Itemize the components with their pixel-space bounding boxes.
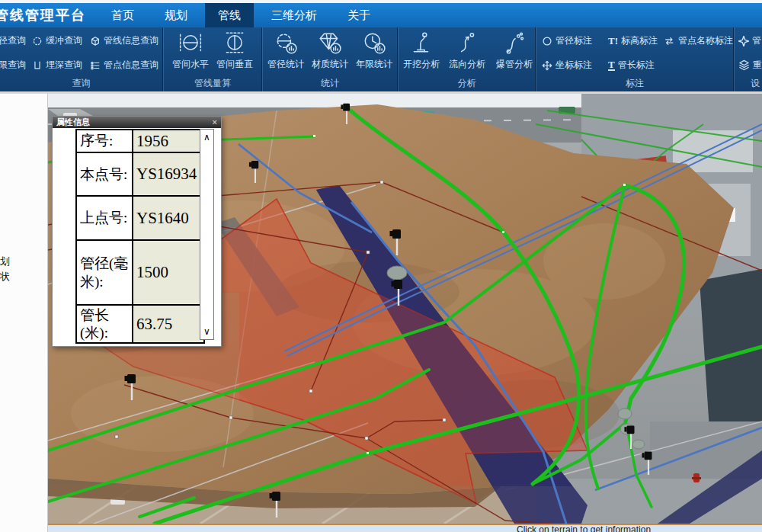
table-row: 本点号: YS16934 — [76, 152, 204, 196]
dialog-titlebar[interactable]: 属性信息 × — [53, 117, 221, 128]
pipeline-info-query-button[interactable]: 管线信息查询 — [90, 34, 158, 47]
group-label-measure: 管线量算 — [163, 77, 262, 90]
horizontal-gap-button[interactable]: 管间水平 — [168, 31, 213, 71]
tab-3d-analysis[interactable]: 三维分析 — [258, 3, 330, 27]
buffer-query-button[interactable]: 缓冲查询 — [32, 34, 82, 47]
layer-panel: 规划 现状 — [0, 94, 48, 532]
attr-value: YS16934 — [133, 152, 204, 196]
group-label-settings: 设 — [734, 77, 762, 90]
scroll-down-icon[interactable]: ∨ — [200, 326, 213, 337]
tab-planning[interactable]: 规划 — [152, 3, 200, 27]
ribbon-group-measure: 管间水平 管间垂直 管线量算 — [162, 27, 262, 91]
dialog-scrollbar[interactable]: ∧ ∨ — [200, 129, 214, 340]
dialog-body: 序号: 1956 本点号: YS16934 上点号: YS1640 管径(毫米)… — [53, 128, 221, 346]
layers-icon — [738, 59, 750, 71]
table-row: 上点号: YS1640 — [76, 196, 204, 240]
tab-about[interactable]: 关于 — [335, 3, 383, 27]
ribbon: 径查询 缓冲查询 管线信息查询 限查询 埋深查询 管点信息 — [0, 27, 762, 91]
depth-query-button[interactable]: 埋深查询 — [32, 59, 82, 72]
elevation-annotation-button[interactable]: T! 标高标注 — [608, 34, 658, 47]
group-label-analysis: 分析 — [398, 77, 536, 90]
table-row: 管长(米): 63.75 — [76, 305, 204, 343]
diameter-stats-button[interactable]: 管径统计 — [264, 31, 308, 71]
limit-query-button[interactable]: 限查询 — [0, 59, 26, 72]
layers-button[interactable]: 重 — [738, 59, 762, 72]
attr-label: 本点号: — [76, 152, 133, 196]
group-label-annotation: 标注 — [536, 77, 734, 90]
status-text: Click on terrain to get information — [517, 525, 762, 532]
tab-home[interactable]: 首页 — [98, 3, 147, 27]
close-icon[interactable]: × — [213, 118, 217, 127]
excavation-icon — [409, 31, 434, 56]
vertical-gap-button[interactable]: 管间垂直 — [213, 31, 257, 71]
circle-icon — [542, 36, 552, 46]
titlebar: 管线管理平台 首页 规划 管线 三维分析 关于 — [0, 3, 762, 27]
statusbar: Click on terrain to get information — [48, 524, 762, 532]
age-stats-button[interactable]: 年限统计 — [352, 31, 396, 71]
layer-item-current[interactable]: 现状 — [0, 269, 47, 284]
buffer-icon — [32, 36, 43, 46]
ribbon-group-settings: 管 重 设 — [733, 27, 762, 91]
attr-label: 序号: — [76, 130, 133, 152]
length-icon: T — [608, 59, 615, 71]
flow-analysis-button[interactable]: 流向分析 — [445, 31, 489, 71]
burst-icon — [502, 31, 527, 56]
attribute-table: 序号: 1956 本点号: YS16934 上点号: YS1640 管径(毫米)… — [75, 129, 205, 344]
material-stats-icon — [318, 31, 342, 56]
coordinate-icon — [542, 60, 552, 71]
ribbon-group-annotation: 管径标注 T! 标高标注 管点名称标注 坐标标注 T 管长标注 标注 — [535, 27, 734, 91]
group-label-stats: 统计 — [262, 77, 398, 90]
dialog-title: 属性信息 — [56, 117, 90, 128]
burst-analysis-button[interactable]: 爆管分析 — [492, 31, 536, 71]
elevation-icon: T! — [608, 36, 618, 46]
scroll-up-icon[interactable]: ∧ — [200, 132, 213, 143]
attr-value: 1500 — [133, 240, 204, 305]
attribute-info-dialog: 属性信息 × 序号: 1956 本点号: YS16934 上点号: YS1640… — [52, 116, 222, 347]
group-label-query: 查询 — [0, 77, 162, 90]
point-name-annotation-button[interactable]: 管点名称标注 — [664, 34, 733, 47]
attr-value: YS1640 — [133, 196, 204, 240]
vertical-measure-icon — [223, 31, 247, 56]
attr-value: 63.75 — [133, 305, 204, 343]
app-title: 管线管理平台 — [0, 3, 94, 27]
tab-pipeline[interactable]: 管线 — [205, 3, 254, 27]
table-row: 管径(毫米): 1500 — [76, 240, 204, 305]
attr-label: 管长(米): — [76, 305, 133, 343]
point-info-icon — [90, 60, 101, 71]
material-stats-button[interactable]: 材质统计 — [308, 31, 352, 71]
attr-label: 上点号: — [76, 196, 133, 240]
depth-icon — [32, 60, 43, 71]
diameter-query-button[interactable]: 径查询 — [0, 34, 26, 47]
move-annotation-button[interactable]: 管 — [738, 34, 761, 47]
ribbon-group-query: 径查询 缓冲查询 管线信息查询 限查询 埋深查询 管点信息 — [0, 27, 162, 91]
table-row: 序号: 1956 — [76, 130, 204, 152]
layer-item-planning[interactable]: 规划 — [0, 254, 47, 269]
ribbon-group-stats: 管径统计 材质统计 年限统计 统计 — [261, 27, 398, 91]
attr-value: 1956 — [133, 130, 204, 152]
attr-label: 管径(毫米): — [76, 240, 133, 305]
coordinate-annotation-button[interactable]: 坐标标注 — [542, 59, 592, 72]
move-icon — [738, 36, 749, 46]
age-stats-icon — [362, 31, 386, 56]
point-info-query-button[interactable]: 管点信息查询 — [90, 59, 158, 72]
rename-icon — [664, 36, 675, 46]
length-annotation-button[interactable]: T 管长标注 — [608, 59, 655, 72]
pipeline-info-icon — [90, 36, 101, 46]
ribbon-group-analysis: 开挖分析 流向分析 爆管分析 分析 — [397, 27, 536, 91]
diameter-stats-icon — [274, 31, 298, 56]
excavation-analysis-button[interactable]: 开挖分析 — [399, 31, 443, 71]
horizontal-measure-icon — [178, 31, 203, 56]
diameter-annotation-button[interactable]: 管径标注 — [542, 34, 592, 47]
flow-icon — [455, 31, 479, 56]
